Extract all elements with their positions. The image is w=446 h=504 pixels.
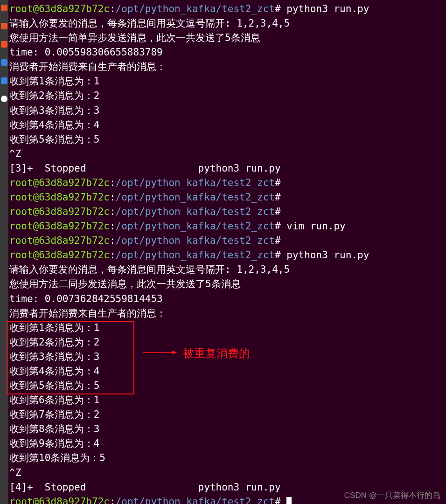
terminal-line: 您使用方法二同步发送消息，此次一共发送了5条消息 (9, 277, 445, 291)
terminal-line: 收到第3条消息为：3 (9, 104, 445, 118)
terminal-line: 收到第1条消息为：1 (9, 74, 445, 89)
taskbar-app-icon[interactable] (1, 96, 7, 102)
terminal-line: root@63d8a927b72c:/opt/python_kafka/test… (9, 248, 445, 262)
terminal-line: 收到第7条消息为：2 (9, 407, 445, 422)
taskbar-app-icon[interactable] (1, 23, 7, 29)
terminal-line: root@63d8a927b72c:/opt/python_kafka/test… (9, 205, 445, 219)
terminal-line: 收到第5条消息为：5 (9, 132, 445, 147)
terminal-line: 收到第2条消息为：2 (9, 89, 445, 103)
terminal[interactable]: root@63d8a927b72c:/opt/python_kafka/test… (8, 0, 446, 504)
terminal-line: 收到第8条消息为：3 (9, 422, 445, 436)
terminal-line: 请输入你要发的消息，每条消息间用英文逗号隔开: 1,2,3,4,5 (9, 262, 445, 277)
terminal-line: 请输入你要发的消息，每条消息间用英文逗号隔开: 1,2,3,4,5 (9, 16, 445, 31)
terminal-line: ^Z (9, 147, 445, 161)
terminal-line: 收到第6条消息为：1 (9, 393, 445, 407)
terminal-line: 收到第5条消息为：5 (9, 379, 445, 393)
terminal-line: root@63d8a927b72c:/opt/python_kafka/test… (9, 219, 445, 234)
taskbar-app-icon[interactable] (1, 77, 7, 84)
terminal-line: 收到第9条消息为：4 (9, 436, 445, 451)
terminal-line: 收到第4条消息为：4 (9, 118, 445, 132)
terminal-line: [3]+ Stopped python3 run.py (9, 161, 445, 176)
terminal-line: 收到第4条消息为：4 (9, 364, 445, 379)
terminal-line: time: 0.007362842559814453 (9, 292, 445, 306)
taskbar-app-icon[interactable] (1, 59, 7, 66)
terminal-line: 消费者开始消费来自生产者的消息： (9, 306, 445, 321)
terminal-line: root@63d8a927b72c:/opt/python_kafka/test… (9, 176, 445, 190)
terminal-line: root@63d8a927b72c:/opt/python_kafka/test… (9, 2, 445, 16)
terminal-line: 您使用方法一简单异步发送消息，此次一共发送了5条消息 (9, 31, 445, 45)
terminal-line: 收到第1条消息为：1 (9, 321, 445, 335)
taskbar-app-icon[interactable] (1, 5, 7, 11)
terminal-line: root@63d8a927b72c:/opt/python_kafka/test… (9, 190, 445, 205)
taskbar (0, 0, 8, 504)
terminal-line: time: 0.005598306655883789 (9, 45, 445, 60)
watermark: CSDN @一只菜得不行的鸟 (344, 490, 440, 501)
terminal-line: root@63d8a927b72c:/opt/python_kafka/test… (9, 234, 445, 248)
terminal-line: 收到第10条消息为：5 (9, 451, 445, 465)
terminal-line: 消费者开始消费来自生产者的消息： (9, 60, 445, 74)
terminal-line: ^Z (9, 466, 445, 480)
annotation-label: 被重复消费的 (183, 345, 250, 362)
taskbar-app-icon[interactable] (1, 41, 7, 48)
